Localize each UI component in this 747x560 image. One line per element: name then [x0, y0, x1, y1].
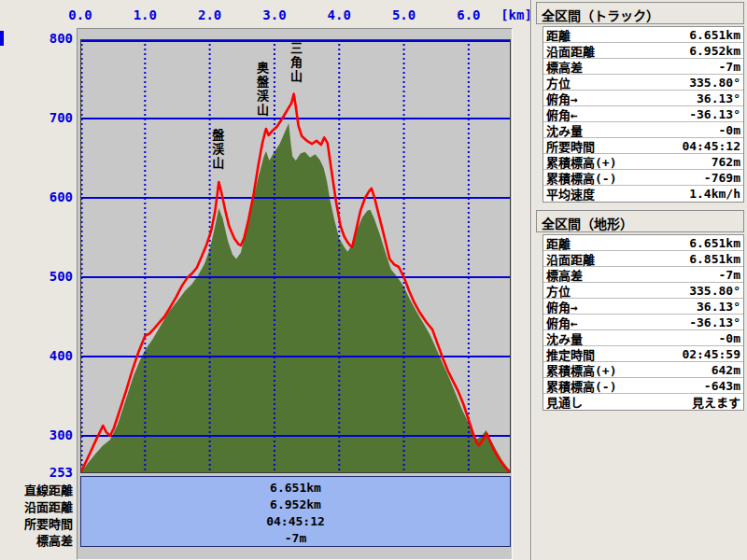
x-axis-unit-label: [km]: [499, 7, 534, 22]
summary-info-box: 6.651km 6.952km 04:45:12 -7m: [80, 476, 511, 547]
stat-value: 6.651km: [689, 28, 740, 42]
stat-value: -643m: [704, 379, 740, 393]
stat-label: 見通し: [546, 393, 583, 411]
stats-pane: 全区間（トラック） 距離6.651km沿面距離6.952km標高差-7m方位33…: [534, 0, 747, 560]
stat-row: 方位335.80°: [543, 75, 743, 91]
x-tick-label: 3.0: [259, 7, 290, 22]
stat-label: 平均速度: [546, 185, 595, 203]
stat-value: 762m: [712, 155, 740, 169]
stat-row: 推定時間02:45:59: [543, 346, 743, 362]
stat-row: 累積標高(+)762m: [543, 154, 743, 170]
label-straight-distance: 直線距離: [0, 481, 73, 497]
x-tick-label: 0.0: [64, 7, 96, 22]
panel-title-terrain: 全区間（地形）: [536, 210, 744, 232]
stat-value: 335.80°: [689, 76, 740, 90]
stat-label: 累積標高(-): [546, 377, 616, 395]
summary-elevation-diff: -7m: [81, 531, 510, 548]
stat-row: 所要時間04:45:12: [543, 138, 743, 154]
stat-label: 累積標高(-): [546, 169, 616, 187]
stat-row: 方位335.80°: [543, 283, 743, 299]
panel-title-track: 全区間（トラック）: [536, 2, 744, 24]
stat-value: 6.851km: [689, 252, 740, 266]
y-tick-label: 400: [0, 348, 73, 363]
stat-row: 沿面距離6.952km: [543, 43, 743, 59]
stat-value: 36.13°: [697, 91, 740, 105]
y-tick-label: 700: [0, 110, 73, 125]
x-tick-label: 5.0: [388, 7, 420, 22]
stat-value: 6.952km: [689, 44, 740, 58]
stat-value: 見えます: [692, 393, 740, 411]
x-tick-label: 1.0: [129, 7, 161, 22]
stat-row: 距離6.651km: [543, 27, 743, 43]
stat-row: 俯角←-36.13°: [543, 106, 743, 122]
elevation-plot[interactable]: [80, 39, 511, 473]
stats-table-terrain: 距離6.651km沿面距離6.851km標高差-7m方位335.80°俯角→36…: [543, 234, 744, 411]
stats-table-track: 距離6.651km沿面距離6.952km標高差-7m方位335.80°俯角→36…: [543, 26, 744, 203]
y-tick-label: 253: [0, 465, 73, 480]
stat-value: -769m: [704, 171, 740, 185]
label-elevation-diff: 標高差: [0, 531, 73, 548]
stat-value: -36.13°: [689, 315, 740, 329]
stat-value: -0m: [719, 123, 740, 137]
stat-value: 1.4km/h: [689, 187, 740, 201]
stat-row: 累積標高(-)-643m: [543, 378, 743, 394]
y-tick-label: 800: [0, 31, 73, 46]
stat-value: 642m: [712, 363, 740, 377]
stat-row: 俯角→36.13°: [543, 91, 743, 106]
stat-row: 沈み量-0m: [543, 122, 743, 138]
stat-row: 累積標高(+)642m: [543, 362, 743, 378]
label-elapsed-time: 所要時間: [0, 514, 73, 531]
summary-elapsed-time: 04:45:12: [81, 514, 510, 531]
peak-label: 盤渓山: [209, 129, 224, 171]
stat-value: 02:45:59: [682, 347, 740, 361]
stat-row: 標高差-7m: [543, 59, 743, 75]
stat-value: -7m: [719, 268, 740, 282]
stat-row: 平均速度1.4km/h: [543, 186, 743, 202]
label-surface-distance: 沿面距離: [0, 497, 73, 514]
stat-value: 6.651km: [689, 236, 740, 250]
stat-value: -36.13°: [689, 107, 740, 121]
stat-row: 俯角→36.13°: [543, 299, 743, 315]
stat-row: 沈み量-0m: [543, 330, 743, 346]
elevation-profile-widget: 6.651km 6.952km 04:45:12 -7m 盤渓山奥盤渓山三角山: [77, 28, 513, 560]
x-tick-label: 2.0: [194, 7, 226, 22]
peak-label: 奥盤渓山: [254, 62, 269, 118]
pane-divider: [530, 0, 532, 560]
y-tick-label: 300: [0, 427, 73, 442]
summary-straight-distance: 6.651km: [81, 481, 510, 497]
stat-value: -7m: [719, 60, 740, 74]
stat-row: 距離6.651km: [543, 235, 743, 251]
summary-surface-distance: 6.952km: [81, 497, 510, 514]
y-tick-label: 600: [0, 189, 73, 204]
peak-label: 三角山: [288, 42, 303, 84]
stat-row: 沿面距離6.851km: [543, 251, 743, 267]
stat-row: 標高差-7m: [543, 267, 743, 283]
stat-row: 見通し見えます: [543, 394, 743, 410]
stat-row: 俯角←-36.13°: [543, 315, 743, 330]
x-tick-label: 6.0: [453, 7, 485, 22]
y-tick-label: 500: [0, 269, 73, 284]
stat-value: 335.80°: [689, 284, 740, 298]
stat-value: -0m: [719, 331, 740, 345]
stat-value: 04:45:12: [682, 139, 740, 153]
x-tick-label: 4.0: [323, 7, 355, 22]
stat-row: 累積標高(-)-769m: [543, 170, 743, 186]
stat-value: 36.13°: [697, 300, 740, 314]
